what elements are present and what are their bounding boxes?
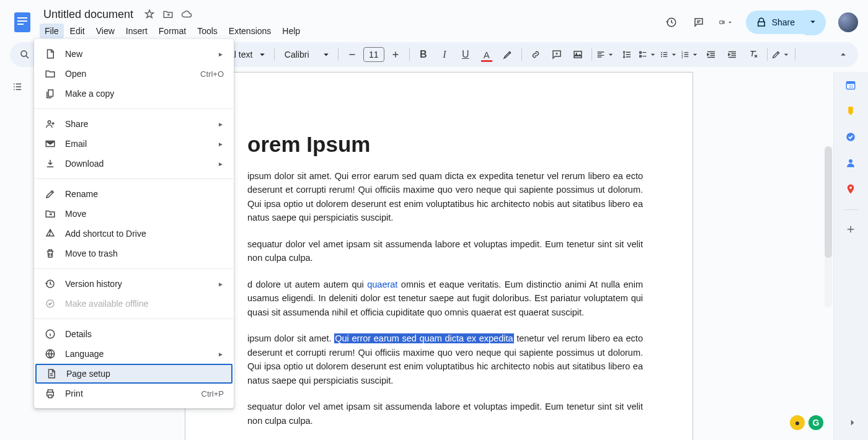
menu-trash[interactable]: Move to trash xyxy=(34,244,234,263)
contacts-icon[interactable] xyxy=(845,157,857,170)
collapse-toolbar-icon[interactable] xyxy=(833,45,853,64)
menu-edit[interactable]: Edit xyxy=(65,24,90,38)
increase-indent-icon[interactable] xyxy=(722,45,742,64)
menu-format[interactable]: Format xyxy=(154,24,191,38)
scrollbar-thumb[interactable] xyxy=(825,146,832,258)
paragraph-2[interactable]: sequatur dolor vel amet ipsam sit assume… xyxy=(247,237,643,265)
underline-icon[interactable]: U xyxy=(456,45,476,64)
trash-icon xyxy=(44,247,56,260)
menu-rename[interactable]: Rename xyxy=(34,184,234,204)
side-panel: 31 xyxy=(833,72,868,440)
file-menu-dropdown: New ► Open Ctrl+O Make a copy Share ► Em… xyxy=(34,39,234,408)
paragraph-1[interactable]: ipsum dolor sit amet. Qui error earum se… xyxy=(247,169,643,225)
download-icon xyxy=(44,157,56,170)
history-icon[interactable] xyxy=(664,15,679,30)
info-icon xyxy=(44,328,56,340)
menu-file[interactable]: File xyxy=(40,24,64,38)
add-comment-icon[interactable] xyxy=(547,45,567,64)
grammarly-widget[interactable]: ● G xyxy=(790,415,823,430)
bold-icon[interactable]: B xyxy=(414,45,433,64)
menu-move[interactable]: Move xyxy=(34,204,234,224)
increase-font-icon[interactable] xyxy=(386,45,405,64)
menu-new[interactable]: New ► xyxy=(34,44,234,64)
decrease-font-icon[interactable] xyxy=(342,45,362,64)
person-add-icon xyxy=(44,118,56,130)
menu-make-copy[interactable]: Make a copy xyxy=(34,84,234,103)
tasks-icon[interactable] xyxy=(845,131,857,144)
title-area: Untitled document File Edit View Insert … xyxy=(40,7,664,38)
font-dropdown[interactable]: Calibri xyxy=(278,46,334,63)
checklist-icon[interactable] xyxy=(638,45,658,64)
share-label: Share xyxy=(772,17,795,27)
insert-image-icon[interactable] xyxy=(568,45,588,64)
link-quaerat[interactable]: quaerat xyxy=(367,279,397,289)
editing-mode-icon[interactable] xyxy=(771,45,791,64)
move-folder-icon[interactable] xyxy=(162,8,174,20)
font-size-input[interactable]: 11 xyxy=(363,47,384,62)
link-icon[interactable] xyxy=(526,45,546,64)
menu-help[interactable]: Help xyxy=(277,24,305,38)
svg-point-6 xyxy=(575,53,577,54)
account-avatar[interactable] xyxy=(838,12,858,32)
submenu-arrow-icon: ► xyxy=(218,351,224,358)
docs-logo[interactable] xyxy=(10,10,35,35)
menu-download[interactable]: Download ► xyxy=(34,154,234,174)
menu-insert[interactable]: Insert xyxy=(121,24,153,38)
search-menus-icon[interactable] xyxy=(15,45,35,64)
hide-side-panel-icon[interactable] xyxy=(847,417,858,430)
calendar-icon[interactable]: 31 xyxy=(845,79,857,92)
menu-version-history[interactable]: Version history ► xyxy=(34,274,234,294)
doc-heading[interactable]: orem Ipsum xyxy=(247,132,643,157)
menu-email[interactable]: Email ► xyxy=(34,134,234,154)
history-icon xyxy=(44,278,56,290)
selected-text[interactable]: Qui error earum sed quam dicta ex expedi… xyxy=(334,333,513,343)
app-header: Untitled document File Edit View Insert … xyxy=(0,0,868,40)
svg-rect-14 xyxy=(846,82,855,84)
grammarly-warn-icon[interactable]: ● xyxy=(790,415,805,430)
star-icon[interactable] xyxy=(143,8,156,20)
comments-icon[interactable] xyxy=(691,15,706,30)
svg-rect-0 xyxy=(14,12,30,32)
grammarly-icon[interactable]: G xyxy=(808,415,823,430)
menu-share[interactable]: Share ► xyxy=(34,114,234,134)
svg-point-7 xyxy=(661,52,662,53)
menu-details[interactable]: Details xyxy=(34,324,234,344)
menu-language[interactable]: Language ► xyxy=(34,344,234,364)
paragraph-4[interactable]: ipsum dolor sit amet. Qui error earum se… xyxy=(247,332,643,387)
paragraph-5[interactable]: sequatur dolor vel amet ipsam sit assume… xyxy=(247,400,643,428)
menu-tools[interactable]: Tools xyxy=(192,24,223,38)
keep-icon[interactable] xyxy=(845,105,857,118)
share-button[interactable]: Share xyxy=(746,11,805,34)
document-title[interactable]: Untitled document xyxy=(40,7,137,22)
submenu-arrow-icon: ► xyxy=(218,281,224,288)
decrease-indent-icon[interactable] xyxy=(701,45,721,64)
cloud-saved-icon[interactable] xyxy=(180,8,193,20)
maps-icon[interactable] xyxy=(845,183,857,196)
italic-icon[interactable]: I xyxy=(435,45,454,64)
align-icon[interactable] xyxy=(596,45,616,64)
paragraph-3[interactable]: d dolore ut autem autem qui quaerat omni… xyxy=(247,278,643,319)
menu-extensions[interactable]: Extensions xyxy=(224,24,276,38)
clear-formatting-icon[interactable] xyxy=(743,45,763,64)
line-spacing-icon[interactable] xyxy=(617,45,637,64)
highlight-icon[interactable] xyxy=(498,45,518,64)
svg-rect-1 xyxy=(17,17,27,19)
svg-text:31: 31 xyxy=(849,84,854,89)
page: orem Ipsum ipsum dolor sit amet. Qui err… xyxy=(185,72,693,440)
menu-page-setup[interactable]: Page setup xyxy=(35,364,232,384)
outline-icon[interactable] xyxy=(7,77,27,97)
menu-add-shortcut[interactable]: Add shortcut to Drive xyxy=(34,224,234,244)
menu-print[interactable]: Print Ctrl+P xyxy=(34,384,234,403)
page-setup-icon xyxy=(45,367,58,380)
share-button-group: Share xyxy=(746,10,826,35)
move-icon xyxy=(44,208,56,220)
scrollbar[interactable] xyxy=(825,146,832,307)
meet-icon[interactable] xyxy=(719,15,733,30)
add-on-icon[interactable] xyxy=(845,224,857,236)
share-dropdown[interactable] xyxy=(805,10,826,35)
bulleted-list-icon[interactable] xyxy=(659,45,679,64)
menu-view[interactable]: View xyxy=(91,24,120,38)
text-color-icon[interactable]: A xyxy=(477,45,497,64)
numbered-list-icon[interactable]: 123 xyxy=(680,45,700,64)
menu-open[interactable]: Open Ctrl+O xyxy=(34,64,234,84)
